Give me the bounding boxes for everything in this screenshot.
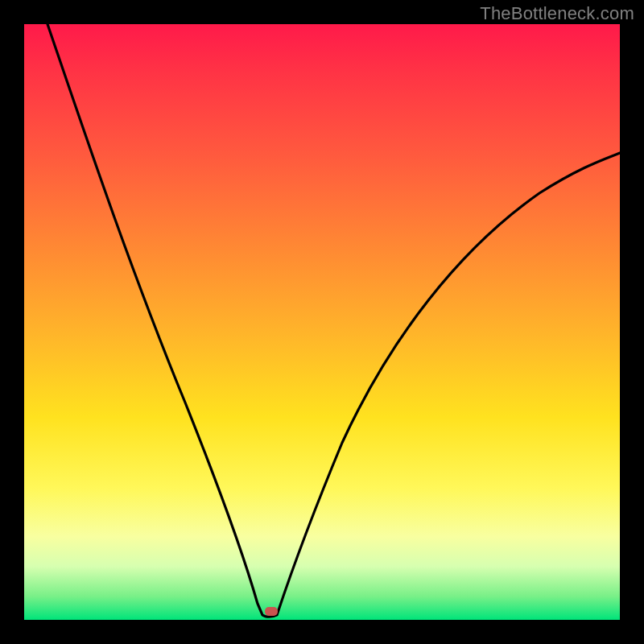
valley-marker xyxy=(265,607,278,616)
plot-area xyxy=(24,24,620,620)
bottleneck-curve xyxy=(47,24,620,617)
chart-container: TheBottleneck.com xyxy=(0,0,644,644)
watermark-text: TheBottleneck.com xyxy=(480,3,634,24)
curve-svg xyxy=(24,24,620,620)
